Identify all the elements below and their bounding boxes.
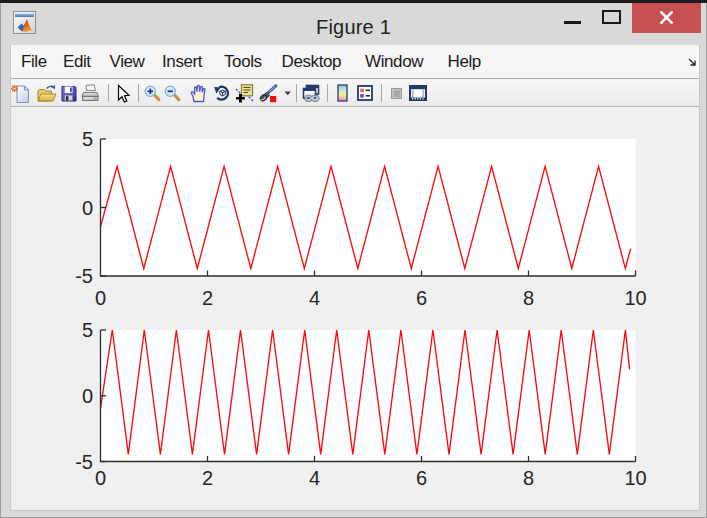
svg-text:-5: -5 — [75, 265, 93, 287]
svg-text:8: 8 — [523, 467, 534, 489]
svg-text:8: 8 — [523, 287, 534, 309]
svg-text:6: 6 — [416, 467, 427, 489]
svg-text:6: 6 — [416, 287, 427, 309]
svg-text:4: 4 — [309, 467, 320, 489]
svg-text:0: 0 — [82, 197, 93, 219]
svg-text:0: 0 — [95, 467, 106, 489]
svg-text:0: 0 — [95, 287, 106, 309]
svg-text:10: 10 — [624, 467, 646, 489]
svg-text:5: 5 — [82, 128, 93, 150]
svg-text:-5: -5 — [75, 451, 93, 473]
svg-text:10: 10 — [624, 287, 646, 309]
svg-text:0: 0 — [82, 385, 93, 407]
svg-text:4: 4 — [309, 287, 320, 309]
svg-text:5: 5 — [82, 319, 93, 341]
svg-text:2: 2 — [202, 467, 213, 489]
svg-text:2: 2 — [202, 287, 213, 309]
